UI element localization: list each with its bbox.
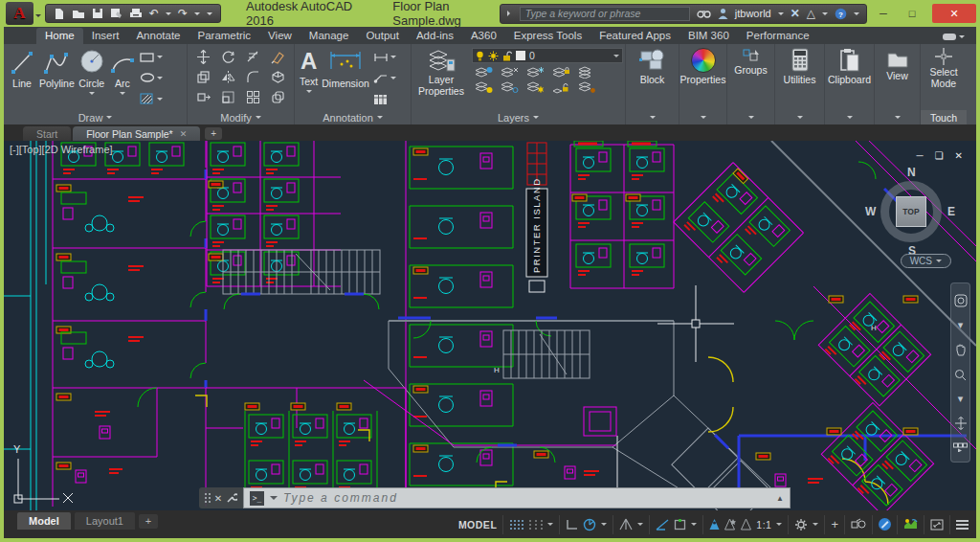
tab-home[interactable]: Home: [36, 28, 83, 44]
line-tool-button[interactable]: Line: [7, 47, 37, 110]
tab-bim-360[interactable]: BIM 360: [679, 28, 738, 44]
layer-select-dropdown[interactable]: 0: [472, 48, 623, 63]
app-menu-button[interactable]: A: [6, 2, 33, 25]
groups-button[interactable]: Groups: [732, 47, 768, 110]
maximize-button[interactable]: □: [900, 5, 924, 22]
fillet-tool-icon[interactable]: [246, 70, 260, 84]
app-menu-arrow-icon[interactable]: [35, 14, 41, 20]
arc-dropdown-icon[interactable]: [120, 92, 125, 98]
properties-panel-title[interactable]: [679, 110, 726, 124]
a360-icon[interactable]: △: [807, 8, 815, 19]
scale-dropdown-icon[interactable]: [776, 523, 782, 529]
circle-tool-button[interactable]: Circle: [77, 47, 107, 110]
recent-commands-icon[interactable]: [270, 496, 278, 504]
tab-annotate[interactable]: Annotate: [127, 28, 189, 44]
layer-walk-button[interactable]: [579, 81, 597, 94]
open-file-icon[interactable]: [72, 8, 85, 19]
erase-tool-icon[interactable]: [271, 50, 285, 64]
workspace-switching-gear-icon[interactable]: [794, 518, 808, 531]
annotation-visibility-toggle[interactable]: [709, 518, 720, 531]
isolate-objects-icon[interactable]: [851, 518, 866, 531]
save-icon[interactable]: [92, 8, 103, 19]
navigation-wheel-icon[interactable]: [954, 294, 968, 307]
array-tool-icon[interactable]: [246, 90, 260, 104]
layer-thaw-button[interactable]: [527, 81, 546, 94]
search-input[interactable]: [520, 7, 690, 21]
navbar-dropdown-icon[interactable]: ▾: [958, 320, 964, 330]
offset-tool-icon[interactable]: [271, 90, 285, 104]
snap-mode-toggle[interactable]: [528, 519, 543, 531]
leader-button[interactable]: [373, 73, 396, 83]
snap-dropdown-icon[interactable]: [547, 523, 553, 529]
dimension-tool-button[interactable]: Dimension: [320, 47, 371, 110]
layout1-tab[interactable]: Layout1: [75, 512, 135, 530]
polar-tracking-toggle[interactable]: [583, 518, 596, 531]
wcs-dropdown-icon[interactable]: [936, 260, 942, 265]
mirror-tool-icon[interactable]: [221, 70, 235, 84]
customization-menu-icon[interactable]: [956, 520, 969, 530]
object-snap-tracking-toggle[interactable]: [656, 519, 669, 531]
undo-icon[interactable]: ↶: [149, 8, 159, 19]
scale-tool-icon[interactable]: [221, 90, 235, 104]
exchange-apps-icon[interactable]: ✕: [791, 8, 800, 19]
linear-dimension-button[interactable]: [373, 53, 396, 62]
orbit-icon[interactable]: [954, 417, 968, 430]
trim-tool-icon[interactable]: [246, 50, 260, 64]
properties-button[interactable]: Properties: [679, 47, 728, 110]
layer-dropdown-arrow-icon[interactable]: [613, 55, 619, 60]
isodraft-dropdown-icon[interactable]: [637, 523, 643, 529]
layer-freeze-button[interactable]: [527, 66, 546, 79]
polar-dropdown-icon[interactable]: [601, 523, 607, 529]
command-input[interactable]: >_ Type a command ▲: [243, 487, 791, 508]
command-history-expand-icon[interactable]: ▲: [776, 494, 784, 503]
viewport-minimize-icon[interactable]: ─: [917, 150, 924, 161]
command-line-close-icon[interactable]: ✕: [214, 493, 222, 504]
file-tab-start[interactable]: Start: [23, 126, 71, 141]
minimize-button[interactable]: ─: [871, 5, 896, 22]
tab-add-ins[interactable]: Add-ins: [408, 28, 462, 44]
new-layout-button[interactable]: +: [139, 514, 158, 529]
isometric-drafting-toggle[interactable]: [619, 518, 633, 531]
move-tool-icon[interactable]: [196, 50, 211, 64]
circle-dropdown-icon[interactable]: [89, 92, 95, 98]
command-prompt-icon[interactable]: >_: [250, 491, 264, 506]
osnap-dropdown-icon[interactable]: [691, 523, 697, 529]
rotate-tool-icon[interactable]: [221, 50, 235, 64]
block-button[interactable]: Block: [636, 47, 669, 110]
tab-output[interactable]: Output: [357, 28, 408, 44]
search-binoculars-icon[interactable]: [697, 8, 711, 19]
a360-dropdown-icon[interactable]: [822, 12, 828, 18]
clean-screen-colored-icon[interactable]: [903, 518, 918, 531]
text-dropdown-icon[interactable]: [306, 90, 312, 96]
command-line-grip[interactable]: [205, 493, 211, 503]
redo-dropdown-icon[interactable]: [194, 12, 200, 18]
graphics-performance-icon[interactable]: [879, 518, 891, 531]
tab-performance[interactable]: Performance: [738, 28, 818, 44]
layer-properties-button[interactable]: Layer Properties: [414, 47, 468, 110]
utilities-button[interactable]: Utilities: [782, 47, 818, 110]
close-button[interactable]: ✕: [932, 4, 976, 23]
save-as-icon[interactable]: [110, 8, 122, 19]
new-drawing-tab-button[interactable]: +: [205, 127, 222, 140]
layers-panel-title[interactable]: Layers: [412, 110, 625, 124]
tab-express-tools[interactable]: Express Tools: [505, 28, 590, 44]
arc-tool-button[interactable]: Arc: [107, 47, 138, 110]
model-tab[interactable]: Model: [17, 512, 71, 530]
viewport-close-icon[interactable]: ✕: [955, 150, 963, 161]
viewcube-east[interactable]: E: [947, 205, 955, 218]
draw-panel-title[interactable]: Draw: [4, 110, 187, 124]
ribbon-display-toggle[interactable]: [943, 33, 965, 44]
utilities-panel-title[interactable]: [775, 110, 824, 124]
modify-panel-title[interactable]: Modify: [188, 110, 294, 124]
command-line-handle[interactable]: ✕: [199, 487, 243, 508]
annotation-autoscale-toggle[interactable]: [724, 518, 736, 531]
clipboard-button[interactable]: Clipboard: [826, 47, 873, 110]
file-tab-document[interactable]: Floor Plan Sample*✕: [73, 126, 200, 141]
layer-unisolate-button[interactable]: [501, 81, 520, 94]
copy-tool-icon[interactable]: [196, 70, 211, 84]
tab-a360[interactable]: A360: [462, 28, 505, 44]
touch-panel-title[interactable]: Touch: [921, 110, 967, 124]
viewcube-west[interactable]: W: [865, 205, 876, 218]
ellipse-tool-button[interactable]: [140, 72, 163, 83]
new-file-icon[interactable]: [54, 8, 65, 20]
